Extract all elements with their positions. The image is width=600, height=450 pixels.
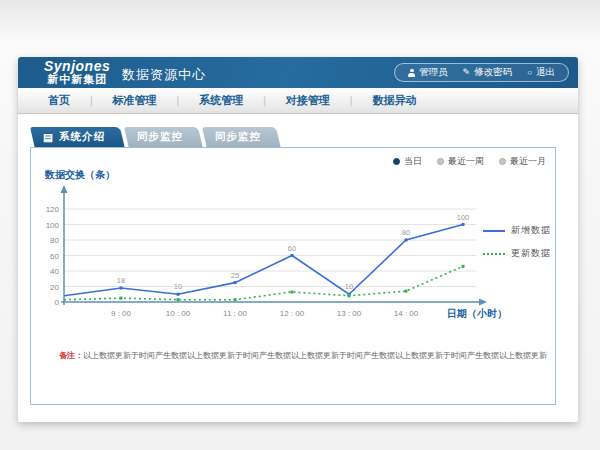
page-title: 数据资源中心 xyxy=(122,66,206,84)
logout-label: 退出 xyxy=(536,66,555,79)
person-icon xyxy=(408,69,415,77)
logo-text-en: Synjones xyxy=(44,59,110,74)
x-axis-tick: 10 : 00 xyxy=(166,309,191,318)
footnote-text: 以上数据更新于时间产生数据以上数据更新于时间产生数据以上数据更新于时间产生数据以… xyxy=(83,351,547,360)
power-icon: ○ xyxy=(527,69,532,77)
user-menu: 管理员 ✎ 修改密码 ○ 退出 xyxy=(394,63,569,82)
data-point xyxy=(348,294,351,297)
nav-item-standard-mgmt[interactable]: 标准管理 xyxy=(107,93,163,108)
edit-icon: ✎ xyxy=(463,68,471,77)
x-axis-tick: 14 : 00 xyxy=(394,309,419,318)
main-nav: 首页 | 标准管理 | 系统管理 | 对接管理 | 数据异动 xyxy=(18,88,578,114)
data-point xyxy=(291,290,294,293)
x-axis-arrow xyxy=(479,299,487,306)
nav-separator: | xyxy=(350,95,353,106)
data-point xyxy=(234,298,237,301)
data-point-label: 10 xyxy=(345,282,353,291)
y-axis-tick: 100 xyxy=(46,221,60,230)
x-axis-title: 日期（小时） xyxy=(447,308,507,319)
y-axis-tick: 20 xyxy=(50,283,59,292)
content-panel: 当日 最近一周 最近一月 0204060801001209 : 0010 : 0… xyxy=(30,147,556,405)
data-point-label: 18 xyxy=(117,276,125,285)
x-axis-tick: 13 : 00 xyxy=(337,309,362,318)
logo-text-cn: 新中新集团 xyxy=(44,74,110,86)
data-point-label: 60 xyxy=(288,244,296,253)
legend-item-updated-data[interactable]: 更新数据 xyxy=(483,247,551,260)
radio-dot xyxy=(437,158,444,165)
y-axis-title: 数据交换（条） xyxy=(44,169,115,180)
data-point xyxy=(120,297,123,300)
tab-sync-monitor-2[interactable]: 同步监控 xyxy=(202,127,276,147)
x-axis-tick: 11 : 00 xyxy=(223,309,247,318)
data-point xyxy=(234,281,237,284)
data-point xyxy=(120,287,123,290)
radio-option-today[interactable]: 当日 xyxy=(393,155,422,168)
logo: Synjones 新中新集团 xyxy=(44,59,110,85)
header: Synjones 新中新集团 数据资源中心 管理员 ✎ 修改密码 ○ 退出 xyxy=(18,57,578,88)
y-axis-arrow xyxy=(61,185,68,193)
chart-legend: 新增数据 更新数据 xyxy=(483,224,551,270)
radio-label: 最近一月 xyxy=(510,155,546,168)
nav-separator: | xyxy=(90,95,93,106)
nav-separator: | xyxy=(177,95,180,106)
document-icon: ▤ xyxy=(43,132,54,143)
change-password-button[interactable]: ✎ 修改密码 xyxy=(463,66,513,79)
tab-label: 同步监控 xyxy=(215,130,261,144)
y-axis-tick: 120 xyxy=(46,205,60,214)
data-point xyxy=(177,298,180,301)
data-point-label: 80 xyxy=(402,228,410,237)
legend-label: 更新数据 xyxy=(511,247,551,260)
time-filter: 当日 最近一周 最近一月 xyxy=(393,155,546,168)
data-point xyxy=(405,290,408,293)
nav-item-data-change[interactable]: 数据异动 xyxy=(366,93,422,108)
change-password-label: 修改密码 xyxy=(474,66,512,79)
y-axis-tick: 0 xyxy=(55,298,60,307)
nav-item-home[interactable]: 首页 xyxy=(42,93,76,108)
app-window: Synjones 新中新集团 数据资源中心 管理员 ✎ 修改密码 ○ 退出 首页… xyxy=(18,57,578,422)
tab-label: 系统介绍 xyxy=(59,130,105,144)
data-point-label: 10 xyxy=(174,282,182,291)
nav-separator: | xyxy=(263,95,266,106)
radio-label: 最近一周 xyxy=(448,155,484,168)
data-point xyxy=(462,223,465,226)
data-point xyxy=(405,239,408,242)
nav-item-interface-mgmt[interactable]: 对接管理 xyxy=(280,93,336,108)
data-point-label: 25 xyxy=(231,271,239,280)
radio-dot xyxy=(393,158,400,165)
tab-label: 同步监控 xyxy=(137,130,183,144)
nav-item-system-mgmt[interactable]: 系统管理 xyxy=(193,93,249,108)
data-point-label: 100 xyxy=(457,213,470,222)
radio-option-last-week[interactable]: 最近一周 xyxy=(437,155,484,168)
logout-button[interactable]: ○ 退出 xyxy=(527,66,555,79)
footnote-prefix: 备注： xyxy=(59,351,83,360)
y-axis-tick: 40 xyxy=(50,267,59,276)
data-point xyxy=(177,293,180,296)
tab-sync-monitor-1[interactable]: 同步监控 xyxy=(124,127,198,147)
legend-item-new-data[interactable]: 新增数据 xyxy=(483,224,551,237)
legend-label: 新增数据 xyxy=(511,224,551,237)
y-axis-tick: 80 xyxy=(50,236,59,245)
content-area: ▤ 系统介绍 同步监控 同步监控 当日 最近一周 xyxy=(18,114,578,422)
tab-bar: ▤ 系统介绍 同步监控 同步监控 xyxy=(30,127,280,147)
radio-option-last-month[interactable]: 最近一月 xyxy=(499,155,546,168)
footnote: 备注：以上数据更新于时间产生数据以上数据更新于时间产生数据以上数据更新于时间产生… xyxy=(59,350,547,361)
data-point xyxy=(462,265,465,268)
legend-line-sample xyxy=(483,230,505,232)
radio-dot xyxy=(499,158,506,165)
x-axis-tick: 12 : 00 xyxy=(280,309,305,318)
radio-label: 当日 xyxy=(404,155,422,168)
line-chart: 0204060801001209 : 0010 : 0011 : 0012 : … xyxy=(31,148,557,406)
legend-line-sample xyxy=(483,253,505,255)
tab-system-intro[interactable]: ▤ 系统介绍 xyxy=(30,127,120,147)
user-name-label: 管理员 xyxy=(419,66,448,79)
user-name-button[interactable]: 管理员 xyxy=(408,66,448,79)
x-axis-tick: 9 : 00 xyxy=(111,309,132,318)
y-axis-tick: 60 xyxy=(50,252,59,261)
data-point xyxy=(291,254,294,257)
